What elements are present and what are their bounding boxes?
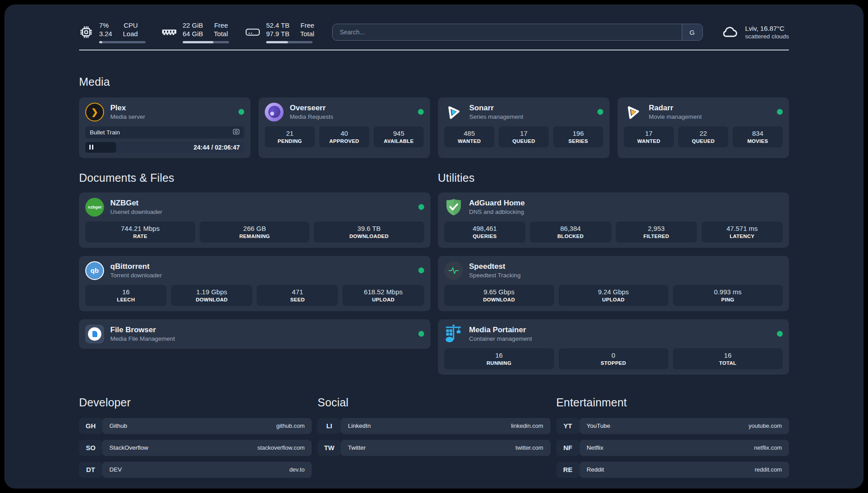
app-title: qBittorrent: [110, 262, 412, 271]
section-title-developer: Developer: [79, 396, 312, 409]
cloud-icon: [721, 24, 739, 41]
bookmark-reddit[interactable]: RE Reddit reddit.com: [556, 462, 789, 478]
section-title-media: Media: [79, 75, 789, 88]
stat-pending: 21 PENDING: [265, 126, 315, 147]
header-divider: [79, 50, 789, 50]
memory-free-label: Free: [214, 21, 228, 30]
adguard-icon: [444, 198, 463, 217]
bookmark-stackoverflow[interactable]: SO StackOverflow stackoverflow.com: [79, 440, 312, 456]
cpu-load: 3.24: [99, 30, 112, 38]
search-bar: G: [332, 24, 703, 41]
app-subtitle: Speedtest Tracking: [469, 272, 783, 279]
playback-time: 24:44 / 02:06:47: [193, 142, 240, 153]
stat-series: 196 SERIES: [553, 126, 603, 147]
bookmark-github[interactable]: GH Github github.com: [79, 418, 312, 434]
bookmark-url: twitter.com: [516, 444, 543, 451]
adguard-card[interactable]: AdGuard Home DNS and adblocking 498,461 …: [438, 192, 789, 248]
stat-approved: 40 APPROVED: [319, 126, 369, 147]
stat-running: 16 RUNNING: [444, 348, 554, 369]
status-dot: [777, 109, 783, 115]
disk-free: 52.4 TB: [266, 21, 289, 30]
bookmarks-social: Social LI LinkedIn linkedin.com TW Twitt…: [317, 396, 550, 456]
bookmark-name: Netflix: [587, 444, 604, 451]
top-header: 7% 3.24 CPU Load: [79, 21, 789, 43]
qbittorrent-card[interactable]: qb qBittorrent Torrent downloader 16 LEE…: [79, 256, 430, 311]
stat-seed: 471 SEED: [257, 285, 338, 306]
memory-free: 22 GiB: [183, 21, 203, 30]
disk-total-label: Total: [300, 30, 314, 38]
stat-upload: 9.24 Gbps UPLOAD: [559, 285, 668, 306]
bookmarks-entertainment: Entertainment YT YouTube youtube.com NF …: [556, 396, 789, 478]
stat-download: 1.19 Gbps DOWNLOAD: [171, 285, 252, 306]
pause-icon[interactable]: [89, 145, 93, 150]
bookmark-abbr: DT: [79, 462, 102, 478]
nzbget-card[interactable]: nzbget NZBGet Usenet downloader 744.21 M…: [79, 192, 430, 248]
now-playing-row: Bullet Train: [85, 126, 244, 138]
app-title: File Browser: [110, 326, 412, 334]
bookmark-netflix[interactable]: NF Netflix netflix.com: [556, 440, 789, 456]
bookmark-abbr: GH: [79, 418, 102, 434]
status-dot: [418, 204, 424, 210]
overseerr-card[interactable]: Overseerr Media Requests 21 PENDING 40 A…: [259, 97, 430, 158]
app-title: Media Portainer: [469, 326, 771, 334]
app-title: Radarr: [649, 104, 771, 113]
search-input[interactable]: [333, 24, 682, 40]
disk-free-label: Free: [300, 21, 314, 30]
bookmark-name: StackOverflow: [109, 444, 148, 451]
bookmark-twitter[interactable]: TW Twitter twitter.com: [317, 440, 550, 456]
radarr-card[interactable]: Radarr Movie management 17 WANTED 22 QUE…: [618, 97, 789, 158]
sonarr-icon: [444, 103, 463, 121]
app-subtitle: Media File Management: [110, 335, 412, 342]
stat-total: 16 TOTAL: [673, 348, 783, 369]
nzbget-icon: nzbget: [85, 198, 104, 217]
bookmark-abbr: LI: [317, 418, 341, 434]
search-provider-button[interactable]: G: [682, 24, 702, 40]
section-title-utilities: Utilities: [438, 171, 789, 184]
app-title: AdGuard Home: [469, 199, 783, 208]
memory-total-label: Total: [214, 30, 228, 38]
speedtest-card[interactable]: Speedtest Speedtest Tracking 9.65 Gbps D…: [438, 256, 789, 311]
app-title: Plex: [110, 104, 232, 113]
plex-card[interactable]: ❯ Plex Media server Bullet Train: [79, 97, 250, 158]
cpu-usage: 7%: [99, 21, 112, 30]
sonarr-card[interactable]: Sonarr Series management 485 WANTED 17 Q…: [438, 97, 609, 158]
portainer-card[interactable]: Media Portainer Container management 16 …: [438, 319, 789, 375]
memory-progressbar: [183, 41, 229, 43]
bookmark-url: stackoverflow.com: [257, 444, 305, 451]
bookmark-url: linkedin.com: [511, 422, 543, 429]
app-subtitle: Usenet downloader: [110, 209, 412, 215]
bookmark-abbr: NF: [556, 440, 580, 456]
stat-queued: 17 QUEUED: [499, 126, 549, 147]
disk-progressbar: [266, 41, 313, 43]
cpu-icon: [79, 25, 93, 39]
filebrowser-card[interactable]: File Browser Media File Management: [79, 319, 430, 349]
app-subtitle: Container management: [469, 335, 771, 342]
stat-upload: 618.52 Mbps UPLOAD: [342, 285, 424, 306]
bookmark-name: Github: [109, 422, 127, 429]
app-title: Sonarr: [469, 104, 591, 113]
memory-stat: 22 GiB 64 GiB Free Total: [162, 21, 229, 43]
stat-queries: 498,461 QUERIES: [444, 221, 526, 242]
app-subtitle: Series management: [469, 113, 591, 120]
dashboard: 7% 3.24 CPU Load: [4, 4, 864, 489]
qbittorrent-icon: qb: [85, 261, 104, 280]
overseerr-icon: [265, 103, 284, 121]
cpu-label: CPU: [123, 21, 138, 30]
weather-condition: scattered clouds: [745, 33, 789, 40]
bookmark-url: reddit.com: [755, 466, 782, 473]
bookmark-youtube[interactable]: YT YouTube youtube.com: [556, 418, 789, 434]
memory-icon: [162, 27, 177, 38]
bookmark-dev[interactable]: DT DEV dev.to: [79, 462, 312, 478]
stat-latency: 47.571 ms LATENCY: [701, 221, 783, 242]
bookmark-name: YouTube: [587, 422, 610, 429]
stat-blocked: 86,384 BLOCKED: [530, 221, 611, 242]
bookmark-abbr: RE: [556, 462, 580, 478]
playback-progressbar[interactable]: 24:44 / 02:06:47: [85, 142, 244, 153]
disk-total: 97.9 TB: [266, 30, 289, 38]
stat-download: 9.65 Gbps DOWNLOAD: [444, 285, 554, 306]
status-dot: [777, 331, 783, 337]
stat-ping: 0.993 ms PING: [673, 285, 783, 306]
bookmark-linkedin[interactable]: LI LinkedIn linkedin.com: [317, 418, 550, 434]
bookmark-name: LinkedIn: [348, 422, 371, 429]
section-title-social: Social: [317, 396, 550, 409]
